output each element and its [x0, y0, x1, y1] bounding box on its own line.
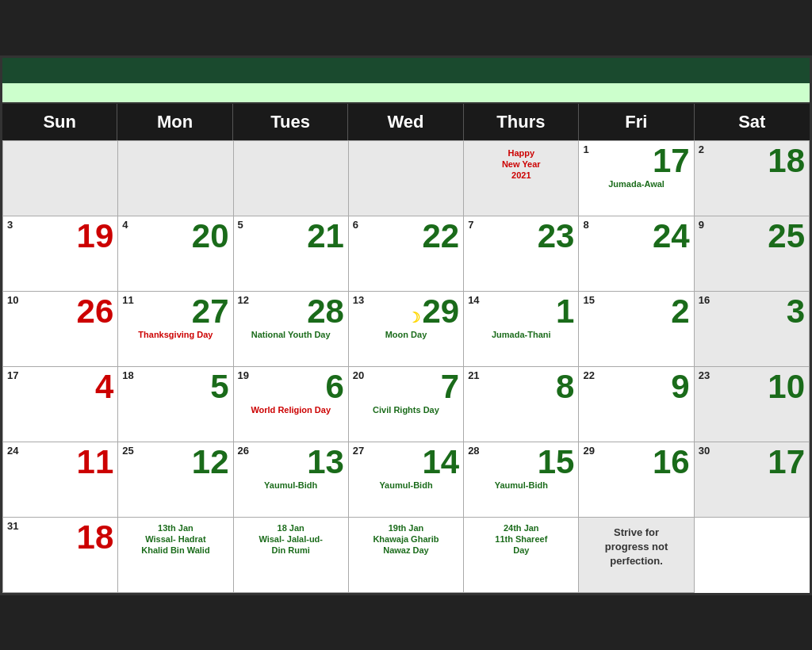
calendar-cell: 218 [464, 367, 579, 442]
cell-date-row: 218 [699, 144, 805, 178]
day-header-thurs: Thurs [464, 104, 579, 140]
gregorian-date: 3 [7, 220, 13, 230]
cell-date-row: 229 [583, 370, 689, 403]
calendar-cell: 1127Thanksgiving Day [118, 292, 233, 367]
cell-date-row: 207 [353, 370, 459, 403]
calendar-cell: 2815Yaumul-Bidh [464, 442, 579, 518]
calendar-cell: 229 [579, 367, 694, 442]
cell-date-row: 117 [583, 144, 689, 178]
calendar-cell: 18 JanWisal- Jalal-ud-Din Rumi [234, 518, 349, 593]
cell-date-row: 2815 [468, 445, 574, 479]
gregorian-date: 26 [238, 445, 249, 456]
calendar-cell: 2916 [579, 442, 694, 518]
gregorian-date: 24 [7, 445, 18, 456]
cell-date-row: 723 [468, 220, 574, 253]
cell-date-row: 1228 [238, 295, 344, 328]
gregorian-date: 7 [468, 220, 473, 230]
gregorian-date: 30 [699, 445, 710, 456]
day-header-fri: Fri [579, 104, 694, 140]
calendar-cell: 521 [234, 216, 349, 292]
calendar-cell: 2512 [118, 442, 233, 518]
moon-icon: ☽ [408, 310, 420, 326]
calendar-cell: 152 [579, 292, 694, 367]
cell-event-label: Yaumul-Bidh [468, 480, 574, 490]
calendar-cell: 2411 [3, 442, 118, 518]
hijri-date: 24 [653, 220, 690, 253]
cell-date-row: 174 [7, 370, 113, 403]
gregorian-date: 28 [468, 445, 479, 456]
gregorian-date: 23 [699, 370, 710, 380]
gregorian-date: 12 [238, 295, 249, 305]
cell-event-label: National Youth Day [238, 330, 344, 339]
cell-date-row: 1127 [122, 295, 228, 328]
calendar-cell: 1026 [3, 292, 118, 367]
gregorian-date: 5 [238, 220, 243, 230]
hijri-date: 11 [77, 445, 114, 479]
hijri-date: 27 [192, 295, 229, 328]
hijri-date: 6 [325, 370, 343, 403]
calendar-grid: HappyNew Year2021117Jumada-Awal218319420… [2, 140, 810, 593]
gregorian-date: 19 [238, 370, 249, 380]
hijri-date: 25 [768, 220, 805, 253]
hijri-date: 17 [653, 144, 690, 178]
gregorian-date: 2 [699, 144, 704, 155]
cell-special-text: 13th JanWissal- HadratKhalid Bin Walid [122, 522, 228, 556]
gregorian-date: 22 [583, 370, 594, 380]
calendar-cell: 2613Yaumul-Bidh [234, 442, 349, 518]
calendar-cell: 19th JanKhawaja GharibNawaz Day [349, 518, 464, 593]
calendar-cell: 420 [118, 216, 233, 292]
cell-special-text: Strive forprogress notperfection. [583, 526, 689, 569]
hijri-date: 12 [192, 445, 229, 479]
cell-date-row: 2411 [7, 445, 113, 479]
cell-date-row: 319 [7, 220, 113, 253]
gregorian-date: 8 [583, 220, 588, 230]
calendar-cell: 185 [118, 367, 233, 442]
hijri-date: 4 [95, 370, 113, 403]
gregorian-date: 29 [583, 445, 594, 456]
cell-date-row: 152 [583, 295, 689, 328]
cell-date-row: 2714 [353, 445, 459, 479]
cell-date-row: 824 [583, 220, 689, 253]
calendar-cell: 2310 [695, 367, 810, 442]
day-header-sun: Sun [2, 104, 117, 140]
calendar-cell: 1228National Youth Day [234, 292, 349, 367]
month-year-header [2, 58, 810, 83]
calendar-cell: 163 [695, 292, 810, 367]
cell-date-row: 2310 [699, 370, 805, 403]
gregorian-date: 27 [353, 445, 364, 456]
gregorian-date: 6 [353, 220, 358, 230]
cell-event-label: Yaumul-Bidh [353, 480, 459, 490]
calendar-cell: 925 [695, 216, 810, 292]
calendar-cell: 2714Yaumul-Bidh [349, 442, 464, 518]
gregorian-date: 21 [468, 370, 479, 380]
calendar-cell: 207Civil Rights Day [349, 367, 464, 442]
hijri-date: 19 [77, 220, 114, 253]
gregorian-date: 10 [7, 295, 18, 305]
hijri-date: 10 [768, 370, 805, 403]
calendar-cell: 24th Jan11th ShareefDay [464, 518, 579, 593]
calendar-cell [3, 141, 118, 216]
hijri-date: 7 [441, 370, 459, 403]
cell-date-row: 521 [238, 220, 344, 253]
gregorian-date: 20 [353, 370, 364, 380]
day-header-tues: Tues [233, 104, 348, 140]
calendar-cell [234, 141, 349, 216]
hijri-date: 9 [671, 370, 689, 403]
calendar-cell: 3017 [695, 442, 810, 518]
hijri-date: 3 [787, 295, 805, 328]
calendar-cell [118, 141, 233, 216]
calendar-cell: 723 [464, 216, 579, 292]
cell-special-text: 19th JanKhawaja GharibNawaz Day [353, 522, 459, 556]
hijri-date: 14 [422, 445, 459, 479]
gregorian-date: 14 [468, 295, 479, 305]
calendar-cell: 319 [3, 216, 118, 292]
cell-date-row: 13☽29 [353, 295, 459, 328]
hijri-date: 18 [768, 144, 805, 178]
hijri-date: 22 [422, 220, 459, 253]
calendar-cell [349, 141, 464, 216]
calendar-cell: 196World Religion Day [234, 367, 349, 442]
cell-event-label: World Religion Day [238, 405, 344, 415]
gregorian-date: 13 [353, 295, 364, 305]
cell-date-row: 2613 [238, 445, 344, 479]
cell-event-label: Moon Day [353, 330, 459, 339]
